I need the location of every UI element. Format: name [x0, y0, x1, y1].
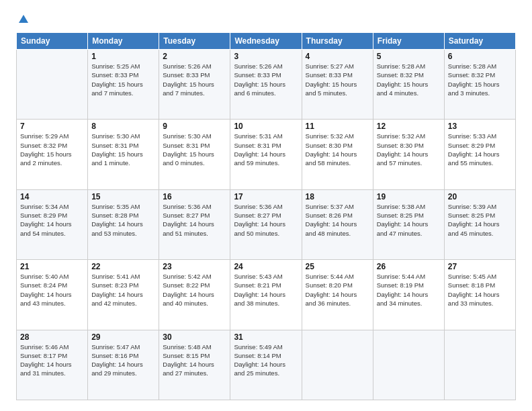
calendar-cell: 23Sunrise: 5:42 AM Sunset: 8:22 PM Dayli… [159, 260, 230, 330]
cell-date-number: 18 [306, 192, 369, 201]
calendar-cell: 14Sunrise: 5:34 AM Sunset: 8:29 PM Dayli… [17, 189, 88, 259]
calendar-cell: 15Sunrise: 5:35 AM Sunset: 8:28 PM Dayli… [88, 189, 159, 259]
cell-date-number: 28 [20, 332, 84, 342]
cell-date-number: 11 [306, 122, 369, 131]
cell-info-text: Sunrise: 5:46 AM Sunset: 8:17 PM Dayligh… [20, 342, 84, 378]
cell-date-number: 4 [306, 52, 369, 61]
calendar-cell: 6Sunrise: 5:28 AM Sunset: 8:32 PM Daylig… [444, 50, 515, 120]
cell-date-number: 1 [91, 52, 155, 61]
calendar-cell: 10Sunrise: 5:31 AM Sunset: 8:31 PM Dayli… [230, 120, 302, 189]
cell-info-text: Sunrise: 5:41 AM Sunset: 8:23 PM Dayligh… [91, 272, 155, 308]
cell-info-text: Sunrise: 5:29 AM Sunset: 8:32 PM Dayligh… [20, 132, 84, 167]
cell-info-text: Sunrise: 5:25 AM Sunset: 8:33 PM Dayligh… [91, 62, 155, 97]
cell-info-text: Sunrise: 5:44 AM Sunset: 8:20 PM Dayligh… [306, 272, 369, 308]
calendar-cell: 17Sunrise: 5:36 AM Sunset: 8:27 PM Dayli… [230, 189, 302, 259]
cell-date-number: 16 [163, 192, 226, 201]
calendar-cell [17, 50, 88, 120]
calendar-cell: 31Sunrise: 5:49 AM Sunset: 8:14 PM Dayli… [230, 330, 302, 400]
calendar-cell: 25Sunrise: 5:44 AM Sunset: 8:20 PM Dayli… [302, 260, 373, 330]
weekday-header-friday: Friday [373, 33, 444, 50]
cell-info-text: Sunrise: 5:26 AM Sunset: 8:33 PM Dayligh… [234, 62, 298, 97]
cell-date-number: 22 [91, 262, 155, 271]
cell-info-text: Sunrise: 5:48 AM Sunset: 8:15 PM Dayligh… [163, 342, 226, 378]
calendar-cell [302, 330, 373, 400]
weekday-header-sunday: Sunday [17, 33, 88, 50]
calendar-cell: 3Sunrise: 5:26 AM Sunset: 8:33 PM Daylig… [230, 50, 302, 120]
cell-info-text: Sunrise: 5:36 AM Sunset: 8:27 PM Dayligh… [234, 202, 298, 238]
cell-date-number: 5 [377, 52, 441, 61]
calendar-cell [444, 330, 515, 400]
logo-icon [17, 13, 30, 26]
calendar-cell: 13Sunrise: 5:33 AM Sunset: 8:29 PM Dayli… [444, 120, 515, 189]
cell-date-number: 2 [163, 52, 226, 61]
calendar-cell: 8Sunrise: 5:30 AM Sunset: 8:31 PM Daylig… [88, 120, 159, 189]
cell-info-text: Sunrise: 5:39 AM Sunset: 8:25 PM Dayligh… [448, 202, 512, 238]
cell-info-text: Sunrise: 5:42 AM Sunset: 8:22 PM Dayligh… [163, 272, 226, 308]
calendar-cell: 2Sunrise: 5:26 AM Sunset: 8:33 PM Daylig… [159, 50, 230, 120]
calendar-cell: 16Sunrise: 5:36 AM Sunset: 8:27 PM Dayli… [159, 189, 230, 259]
cell-info-text: Sunrise: 5:49 AM Sunset: 8:14 PM Dayligh… [234, 342, 298, 378]
logo [16, 13, 30, 26]
header [16, 13, 516, 26]
week-row-1: 1Sunrise: 5:25 AM Sunset: 8:33 PM Daylig… [17, 50, 516, 120]
cell-date-number: 14 [20, 192, 84, 201]
week-row-3: 14Sunrise: 5:34 AM Sunset: 8:29 PM Dayli… [17, 189, 516, 259]
cell-info-text: Sunrise: 5:45 AM Sunset: 8:18 PM Dayligh… [448, 272, 512, 308]
cell-info-text: Sunrise: 5:26 AM Sunset: 8:33 PM Dayligh… [163, 62, 226, 97]
cell-info-text: Sunrise: 5:40 AM Sunset: 8:24 PM Dayligh… [20, 272, 84, 308]
weekday-header-tuesday: Tuesday [159, 33, 230, 50]
calendar-cell: 21Sunrise: 5:40 AM Sunset: 8:24 PM Dayli… [17, 260, 88, 330]
cell-date-number: 13 [448, 122, 512, 131]
cell-info-text: Sunrise: 5:32 AM Sunset: 8:30 PM Dayligh… [377, 132, 441, 167]
weekday-header-wednesday: Wednesday [230, 33, 302, 50]
cell-info-text: Sunrise: 5:43 AM Sunset: 8:21 PM Dayligh… [234, 272, 298, 308]
weekday-header-thursday: Thursday [302, 33, 373, 50]
cell-date-number: 17 [234, 192, 298, 201]
calendar-cell: 22Sunrise: 5:41 AM Sunset: 8:23 PM Dayli… [88, 260, 159, 330]
weekday-header-row: SundayMondayTuesdayWednesdayThursdayFrid… [17, 33, 516, 50]
calendar-cell: 9Sunrise: 5:30 AM Sunset: 8:31 PM Daylig… [159, 120, 230, 189]
cell-info-text: Sunrise: 5:37 AM Sunset: 8:26 PM Dayligh… [306, 202, 369, 238]
cell-date-number: 20 [448, 192, 512, 201]
cell-date-number: 27 [448, 262, 512, 271]
cell-date-number: 26 [377, 262, 441, 271]
cell-info-text: Sunrise: 5:35 AM Sunset: 8:28 PM Dayligh… [91, 202, 155, 238]
cell-info-text: Sunrise: 5:38 AM Sunset: 8:25 PM Dayligh… [377, 202, 441, 238]
calendar-cell: 19Sunrise: 5:38 AM Sunset: 8:25 PM Dayli… [373, 189, 444, 259]
calendar-cell: 26Sunrise: 5:44 AM Sunset: 8:19 PM Dayli… [373, 260, 444, 330]
cell-info-text: Sunrise: 5:32 AM Sunset: 8:30 PM Dayligh… [306, 132, 369, 167]
cell-date-number: 23 [163, 262, 226, 271]
cell-date-number: 8 [91, 122, 155, 131]
weekday-header-saturday: Saturday [444, 33, 515, 50]
cell-date-number: 29 [91, 332, 155, 342]
week-row-2: 7Sunrise: 5:29 AM Sunset: 8:32 PM Daylig… [17, 120, 516, 189]
calendar-cell: 20Sunrise: 5:39 AM Sunset: 8:25 PM Dayli… [444, 189, 515, 259]
cell-info-text: Sunrise: 5:47 AM Sunset: 8:16 PM Dayligh… [91, 342, 155, 378]
cell-date-number: 24 [234, 262, 298, 271]
cell-date-number: 21 [20, 262, 84, 271]
cell-date-number: 6 [448, 52, 512, 61]
calendar-cell: 5Sunrise: 5:28 AM Sunset: 8:32 PM Daylig… [373, 50, 444, 120]
cell-info-text: Sunrise: 5:28 AM Sunset: 8:32 PM Dayligh… [448, 62, 512, 97]
svg-marker-0 [19, 15, 28, 23]
cell-date-number: 30 [163, 332, 226, 342]
calendar-cell [373, 330, 444, 400]
calendar-cell: 28Sunrise: 5:46 AM Sunset: 8:17 PM Dayli… [17, 330, 88, 400]
page: SundayMondayTuesdayWednesdayThursdayFrid… [0, 0, 532, 411]
calendar-cell: 11Sunrise: 5:32 AM Sunset: 8:30 PM Dayli… [302, 120, 373, 189]
calendar-cell: 4Sunrise: 5:27 AM Sunset: 8:33 PM Daylig… [302, 50, 373, 120]
calendar-cell: 18Sunrise: 5:37 AM Sunset: 8:26 PM Dayli… [302, 189, 373, 259]
calendar-cell: 29Sunrise: 5:47 AM Sunset: 8:16 PM Dayli… [88, 330, 159, 400]
cell-info-text: Sunrise: 5:30 AM Sunset: 8:31 PM Dayligh… [91, 132, 155, 167]
cell-date-number: 7 [20, 122, 84, 131]
cell-date-number: 15 [91, 192, 155, 201]
cell-date-number: 10 [234, 122, 298, 131]
cell-date-number: 9 [163, 122, 226, 131]
cell-date-number: 25 [306, 262, 369, 271]
cell-date-number: 19 [377, 192, 441, 201]
calendar-cell: 12Sunrise: 5:32 AM Sunset: 8:30 PM Dayli… [373, 120, 444, 189]
calendar-cell: 27Sunrise: 5:45 AM Sunset: 8:18 PM Dayli… [444, 260, 515, 330]
cell-date-number: 12 [377, 122, 441, 131]
calendar-cell: 7Sunrise: 5:29 AM Sunset: 8:32 PM Daylig… [17, 120, 88, 189]
cell-info-text: Sunrise: 5:44 AM Sunset: 8:19 PM Dayligh… [377, 272, 441, 308]
